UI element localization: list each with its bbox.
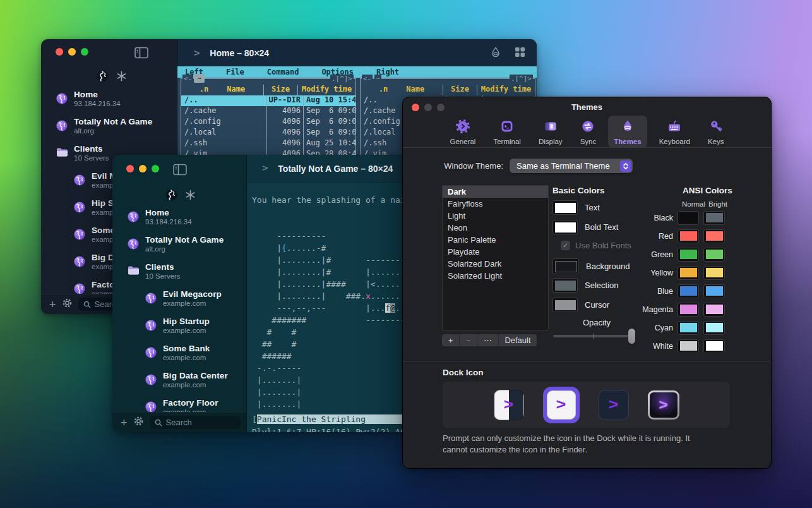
dropdown-stepper-icon	[620, 160, 631, 172]
tab-terminal[interactable]: Terminal	[487, 116, 526, 148]
cursor-color-swatch[interactable]	[552, 298, 578, 312]
dock-icon-dark-option[interactable]: >	[599, 390, 629, 420]
dock-icon-keycap-option[interactable]: >	[648, 390, 679, 420]
ansi-bright-swatch[interactable]	[703, 229, 725, 243]
ansi-normal-swatch[interactable]	[678, 339, 699, 353]
minimize-button[interactable]	[139, 165, 146, 172]
ansi-bright-swatch[interactable]	[703, 248, 725, 262]
minimize-button[interactable]	[68, 48, 76, 56]
ansi-bright-swatch[interactable]	[703, 284, 725, 298]
theme-list-item[interactable]: Light	[443, 210, 548, 222]
server-item-text: Clients 10 Servers	[74, 144, 109, 162]
server-globe-icon	[145, 293, 157, 304]
tab-display[interactable]: Display	[533, 116, 568, 148]
more-options-button[interactable]: ⋯	[477, 334, 499, 346]
sidebar-toggle-icon[interactable]	[134, 47, 148, 61]
close-button[interactable]	[56, 48, 63, 56]
swatch-label: Cursor	[585, 300, 609, 310]
mc-column-headers[interactable]: .n NameSizeModify time	[361, 85, 535, 95]
ansi-normal-swatch[interactable]	[678, 211, 699, 225]
ansi-bright-swatch[interactable]	[703, 339, 725, 353]
desktop-wallpaper: Home 93.184.216.34 Totally Not A Game al…	[0, 0, 812, 508]
server-list-item[interactable]: Evil Megacorp example.com	[112, 284, 246, 311]
bold-text-color-swatch[interactable]	[552, 220, 578, 234]
bold-text-color-row: Bold Text	[552, 220, 618, 234]
ansi-normal-swatch[interactable]	[678, 266, 699, 280]
mc-left-rows: /..UP--DIRAug 10 15:49/.cache4096Sep 6 0…	[181, 95, 355, 160]
globe-icon	[97, 70, 109, 85]
mc-file-row[interactable]: /.cache4096Sep 6 09:04	[181, 106, 355, 117]
zoom-button[interactable]	[152, 165, 159, 172]
opacity-slider[interactable]	[553, 329, 635, 344]
tab-label: Keyboard	[659, 138, 690, 145]
clips-grid-icon[interactable]	[515, 47, 525, 61]
server-list-item[interactable]: Home 93.184.216.34	[41, 85, 177, 112]
mc-file-row[interactable]: /.ssh4096Aug 25 10:42	[181, 138, 355, 149]
ansi-normal-swatch[interactable]	[678, 284, 699, 298]
tab-sync[interactable]: Sync	[575, 116, 602, 148]
server-list-item[interactable]: Totally Not A Game alt.org	[41, 112, 177, 139]
tab-themes-selected[interactable]: Themes	[608, 116, 647, 148]
tab-general[interactable]: General	[445, 116, 482, 148]
theme-list-item[interactable]: Panic Palette	[443, 234, 548, 246]
add-server-button[interactable]: +	[49, 299, 56, 310]
ansi-bright-swatch[interactable]	[703, 211, 725, 225]
server-list-item[interactable]: Some Bank example.com	[112, 339, 246, 366]
server-list-item[interactable]: Hip Startup example.com	[112, 311, 246, 339]
mc-file-row[interactable]: /..UP--DIRAug 10 15:49	[181, 95, 355, 106]
checkbox-checked-icon[interactable]: ✓	[561, 241, 570, 250]
server-title: Home	[74, 90, 121, 99]
search-input[interactable]: Search	[150, 416, 241, 429]
settings-gear-icon[interactable]	[133, 416, 144, 429]
themes-droplet-icon[interactable]	[491, 47, 501, 61]
mc-file-row[interactable]: /.config4096Sep 6 09:04	[181, 117, 355, 128]
ansi-bright-swatch[interactable]	[703, 303, 725, 317]
ansi-normal-swatch[interactable]	[678, 248, 699, 262]
ansi-bright-swatch[interactable]	[703, 321, 725, 335]
sidebar-toggle-icon[interactable]	[173, 164, 187, 178]
ansi-bright-swatch[interactable]	[703, 266, 725, 280]
background-color-swatch[interactable]	[552, 258, 579, 274]
game-map[interactable]: You hear the splashing of a naiad. -----…	[252, 194, 417, 422]
theme-list-item[interactable]: Solarized Light	[443, 270, 548, 282]
server-title: Totally Not A Game	[145, 235, 224, 245]
theme-list-item[interactable]: Fairyfloss	[443, 198, 548, 210]
tab-keyboard[interactable]: Keyboard	[654, 116, 696, 148]
default-theme-button[interactable]: Default	[499, 334, 537, 346]
mc-menu-item[interactable]: File	[226, 68, 244, 76]
selection-color-swatch[interactable]	[552, 278, 578, 293]
swatch-label: Text	[585, 203, 600, 212]
text-color-swatch[interactable]	[552, 200, 578, 215]
ansi-normal-swatch[interactable]	[678, 229, 699, 243]
server-list-item[interactable]: Totally Not A Game alt.org	[112, 230, 246, 257]
server-list-item[interactable]: Big Data Center example.com	[112, 366, 246, 393]
remove-theme-button[interactable]: −	[460, 334, 477, 346]
settings-gear-icon[interactable]	[62, 298, 73, 311]
mc-menu-item[interactable]: Command	[267, 68, 299, 76]
theme-list-item[interactable]: Neon	[443, 222, 548, 234]
tab-keys[interactable]: Keys	[702, 116, 730, 148]
close-button[interactable]	[126, 165, 134, 172]
theme-list-item[interactable]: Solarized Dark	[443, 258, 548, 270]
dock-icon-light-option-selected[interactable]: >	[547, 390, 576, 420]
server-list-item[interactable]: Home 93.184.216.34	[112, 203, 246, 230]
dock-icon-split-option[interactable]: >	[494, 390, 524, 420]
theme-list-item[interactable]: Playdate	[443, 246, 548, 258]
add-theme-button[interactable]: +	[442, 334, 460, 346]
game-stats-line: Dlvl:1 $:7 HP:16(16) Pw:2(2) AC:0 X	[252, 427, 417, 432]
mc-path-tab[interactable]: ~	[194, 74, 205, 83]
server-list-item[interactable]: Clients 10 Servers	[112, 257, 246, 284]
ansi-normal-swatch[interactable]	[678, 321, 699, 335]
ansi-color-label: Yellow	[628, 269, 673, 277]
sync-arrows-icon	[580, 119, 595, 136]
server-globe-icon	[74, 202, 85, 213]
window-theme-dropdown[interactable]: Same as Terminal Theme	[510, 159, 633, 173]
theme-list-item[interactable]: Dark	[443, 186, 548, 198]
add-server-button[interactable]: +	[121, 417, 128, 428]
server-item-text: Hip Startup example.com	[163, 317, 210, 334]
ansi-normal-swatch[interactable]	[678, 303, 699, 317]
mc-file-row[interactable]: /.local4096Sep 6 09:04	[181, 128, 355, 138]
zoom-button[interactable]	[81, 48, 88, 56]
mc-column-headers[interactable]: .n NameSizeModify time	[181, 85, 355, 95]
ansi-color-label: Black	[628, 214, 673, 222]
